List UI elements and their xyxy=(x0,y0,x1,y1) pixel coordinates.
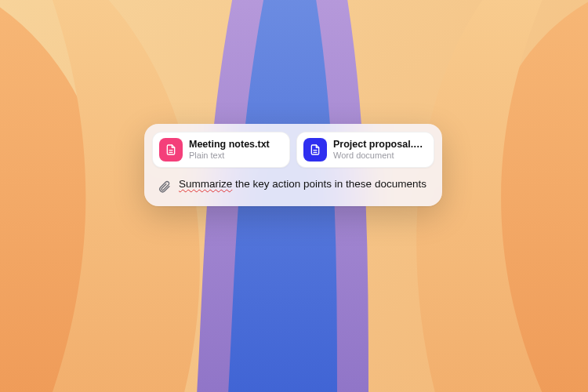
attachment-subtitle: Word document xyxy=(333,151,427,161)
attachment-title: Project proposal.docx xyxy=(333,139,427,150)
prompt-rest: the key action points in these documents xyxy=(232,178,426,190)
attachment-text: Project proposal.docx Word document xyxy=(333,139,427,160)
file-icon xyxy=(303,138,327,162)
prompt-input[interactable]: Summarize the key action points in these… xyxy=(179,177,426,191)
prompt-card: Meeting notes.txt Plain text Project pro… xyxy=(144,124,442,206)
attachment-chip[interactable]: Project proposal.docx Word document xyxy=(296,132,434,168)
attachment-title: Meeting notes.txt xyxy=(189,139,270,150)
prompt-row: Summarize the key action points in these… xyxy=(152,176,434,195)
paperclip-icon[interactable] xyxy=(155,178,172,195)
attachment-text: Meeting notes.txt Plain text xyxy=(189,139,270,160)
attachments-row: Meeting notes.txt Plain text Project pro… xyxy=(152,132,434,168)
attachment-subtitle: Plain text xyxy=(189,151,270,161)
file-icon xyxy=(159,138,183,162)
attachment-chip[interactable]: Meeting notes.txt Plain text xyxy=(152,132,290,168)
prompt-word-flagged: Summarize xyxy=(179,178,232,190)
